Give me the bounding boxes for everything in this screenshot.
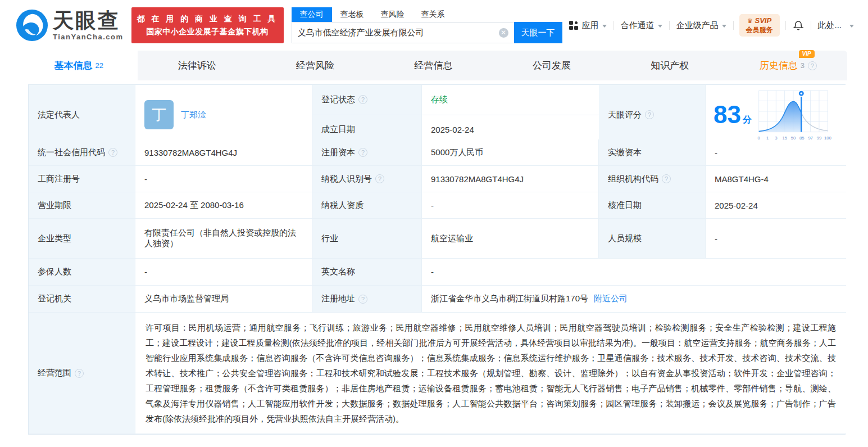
svip-member-badge[interactable]: ♛ SVIP 会员服务 xyxy=(739,14,780,36)
clear-search-icon[interactable]: ✕ xyxy=(499,28,508,38)
chevron-down-icon xyxy=(722,25,726,28)
taxpayer-qual-label: 纳税人资质 xyxy=(312,192,422,219)
search-input[interactable] xyxy=(292,28,499,38)
help-icon[interactable]: ? xyxy=(108,148,117,157)
history-info-count: 3 xyxy=(801,61,805,70)
nav-apps[interactable]: 应用 xyxy=(562,20,613,31)
status-badge: 存续 xyxy=(431,94,448,105)
search-tab-risk[interactable]: 查风险 xyxy=(372,7,413,22)
vip-chip: VIP xyxy=(799,50,815,58)
org-code-value: MA8GT4HG-4 xyxy=(706,166,846,192)
help-icon[interactable]: ? xyxy=(808,61,817,70)
help-icon[interactable]: ? xyxy=(358,295,367,304)
reg-address-value: 浙江省金华市义乌市稠江街道贝村路170号 附近公司 xyxy=(422,286,846,313)
reg-capital-label: 注册资本? xyxy=(312,139,422,166)
industry-value: 航空运输业 xyxy=(422,219,599,259)
legal-rep-avatar[interactable]: 丁 xyxy=(144,100,174,129)
brand-slogan-badge: 都 在 用 的 商 业 查 询 工 具 国家中小企业发展子基金旗下机构 xyxy=(131,7,284,43)
score-distribution-chart: 0 1 3 15 50 85 97 99 100 xyxy=(755,88,831,141)
score-value-cell: 83 分 xyxy=(706,85,846,145)
tab-legal-proceedings[interactable]: 法律诉讼 xyxy=(138,51,256,80)
legal-rep-value: 丁 丁郑淦 xyxy=(135,85,312,145)
company-type-label: 企业类型 xyxy=(29,219,135,259)
user-menu[interactable]: 此处... xyxy=(811,20,861,31)
reg-status-label: 登记状态 ? xyxy=(312,85,422,115)
chevron-down-icon xyxy=(658,25,662,28)
legal-rep-name-link[interactable]: 丁郑淦 xyxy=(181,110,206,120)
taxpayer-id-label: 纳税人识别号? xyxy=(312,166,422,192)
crown-icon: ♛ xyxy=(747,17,753,24)
score-number: 83 xyxy=(714,102,741,127)
biz-term-value: 2025-02-24 至 2080-03-16 xyxy=(135,192,312,219)
search-button[interactable]: 天眼一下 xyxy=(514,22,562,43)
english-name-label: 英文名称 xyxy=(312,259,422,286)
help-icon[interactable]: ? xyxy=(358,148,367,157)
tab-basic-info[interactable]: 基本信息 22 xyxy=(20,51,138,80)
legal-rep-label: 法定代表人 xyxy=(29,85,135,145)
search-area: 查公司 查老板 查风险 查关系 ✕ 天眼一下 xyxy=(292,7,562,43)
score-unit: 分 xyxy=(743,114,752,126)
search-box: ✕ xyxy=(292,22,514,43)
search-tab-company[interactable]: 查公司 xyxy=(292,7,332,22)
slogan-line1: 都 在 用 的 商 业 查 询 工 具 xyxy=(137,12,278,25)
credit-code-value: 91330782MA8GT4HG4J xyxy=(135,139,312,166)
biz-term-label: 营业期限 xyxy=(29,192,135,219)
section-tabbar: 基本信息 22 法律诉讼 经营风险 经营信息 公司发展 知识产权 历史信息 VI… xyxy=(20,51,847,80)
chevron-down-icon xyxy=(602,25,607,28)
org-code-label: 组织机构代码? xyxy=(599,166,706,192)
help-icon[interactable]: ? xyxy=(75,369,84,378)
tab-company-development[interactable]: 公司发展 xyxy=(493,51,611,80)
apps-grid-icon xyxy=(569,21,578,30)
search-tab-relation[interactable]: 查关系 xyxy=(413,7,453,22)
reg-capital-value: 5000万人民币 xyxy=(422,139,599,166)
taxpayer-qual-value: - xyxy=(422,192,599,219)
score-label: 天眼评分 ? xyxy=(599,85,706,145)
paid-capital-label: 实缴资本 xyxy=(599,139,706,166)
slogan-line2: 国家中小企业发展子基金旗下机构 xyxy=(137,25,278,38)
nav-enterprise-products[interactable]: 企业级产品 xyxy=(670,20,733,31)
business-scope-label: 经营范围? xyxy=(29,313,135,434)
tab-intellectual-property[interactable]: 知识产权 xyxy=(611,51,729,80)
tianyancha-logo-icon xyxy=(16,9,48,42)
insured-count-value: - xyxy=(135,259,312,286)
company-basic-info-table: 法定代表人 丁 丁郑淦 登记状态 ? 存续 成立日期 2025-02-24 xyxy=(28,84,846,435)
english-name-value: - xyxy=(422,259,846,286)
help-icon[interactable]: ? xyxy=(662,174,671,183)
business-scope-value: 许可项目：民用机场运营；通用航空服务；飞行训练；旅游业务；民用航空器维修；民用航… xyxy=(135,313,846,434)
staff-size-label: 人员规模 xyxy=(599,219,706,259)
reg-authority-label: 登记机关 xyxy=(29,286,135,313)
approve-date-value: 2025-02-24 xyxy=(706,192,846,219)
staff-size-value: - xyxy=(706,219,846,259)
brand-name: 天眼查 xyxy=(53,10,124,31)
insured-count-label: 参保人数 xyxy=(29,259,135,286)
reg-status-value: 存续 xyxy=(422,85,599,115)
tab-history-info[interactable]: 历史信息 VIP 3 ? xyxy=(729,51,847,80)
biz-reg-no-value: - xyxy=(135,166,312,192)
help-icon[interactable]: ? xyxy=(645,110,654,119)
basic-info-count: 22 xyxy=(95,61,103,70)
search-tab-boss[interactable]: 查老板 xyxy=(332,7,372,22)
credit-code-label: 统一社会信用代码? xyxy=(29,139,135,166)
biz-reg-no-label: 工商注册号 xyxy=(29,166,135,192)
industry-label: 行业 xyxy=(312,219,422,259)
help-icon[interactable]: ? xyxy=(358,95,367,104)
reg-authority-value: 义乌市市场监督管理局 xyxy=(135,286,312,313)
notification-bell-icon[interactable] xyxy=(786,20,811,31)
company-type-value: 有限责任公司（非自然人投资或控股的法人独资） xyxy=(135,219,312,259)
paid-capital-value: - xyxy=(706,139,846,166)
brand-domain: TianYanCha.com xyxy=(53,33,124,41)
reg-address-label: 注册地址? xyxy=(312,286,422,313)
nav-cooperation[interactable]: 合作通道 xyxy=(614,20,669,31)
chevron-down-icon xyxy=(849,25,854,28)
help-icon[interactable]: ? xyxy=(375,174,384,183)
nearby-companies-link[interactable]: 附近公司 xyxy=(594,294,628,304)
search-tabs: 查公司 查老板 查风险 查关系 xyxy=(292,7,562,22)
header: 天眼查 TianYanCha.com 都 在 用 的 商 业 查 询 工 具 国… xyxy=(0,0,868,51)
tab-operating-info[interactable]: 经营信息 xyxy=(374,51,492,80)
tianyancha-logo[interactable]: 天眼查 TianYanCha.com xyxy=(16,9,124,42)
taxpayer-id-value: 91330782MA8GT4HG4J xyxy=(422,166,599,192)
tab-operating-risk[interactable]: 经营风险 xyxy=(256,51,374,80)
approve-date-label: 核准日期 xyxy=(599,192,706,219)
top-nav: 应用 合作通道 企业级产品 ♛ SVIP 会员服务 此处... xyxy=(562,14,861,36)
